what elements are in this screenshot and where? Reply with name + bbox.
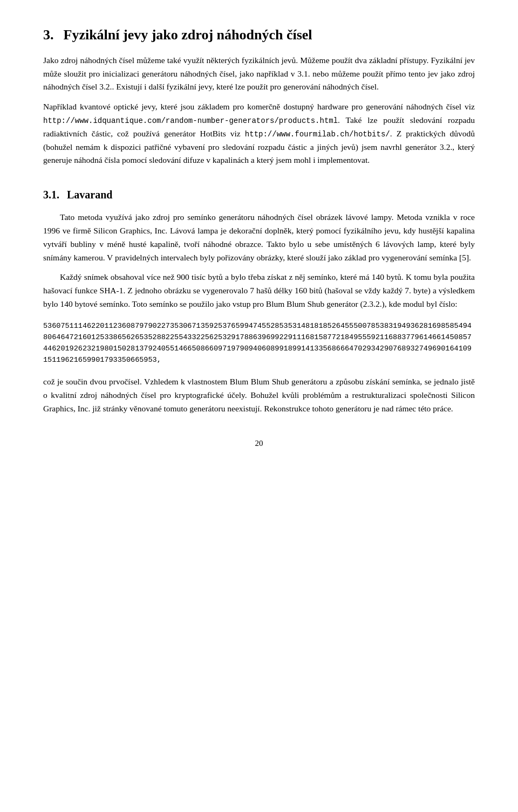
subsection-number: 3.1.	[43, 189, 59, 201]
link-idquantique[interactable]: http://www.idquantique.com/random-number…	[43, 116, 338, 125]
section-title: 3.Fyzikální jevy jako zdroj náhodných čí…	[43, 26, 475, 44]
big-number-text: 5360751114622011236087979022735306713592…	[43, 322, 472, 364]
link-fourmilab[interactable]: http://www.fourmilab.ch/hotbits/	[245, 130, 390, 139]
intro-paragraph-1: Jako zdroj náhodných čísel můžeme také v…	[43, 54, 475, 94]
intro-paragraph-2: Například kvantové optické jevy, které j…	[43, 100, 475, 167]
page-number: 20	[43, 437, 475, 450]
after-number-paragraph: což je součin dvou prvočísel. Vzhledem k…	[43, 375, 475, 415]
subsection-paragraph-2: Každý snímek obsahoval více než 900 tisí…	[43, 271, 475, 311]
section-number: 3.	[43, 27, 54, 43]
section-heading-text: Fyzikální jevy jako zdroj náhodných číse…	[64, 27, 312, 43]
subsection-title: 3.1.Lavarand	[43, 187, 475, 203]
page: 3.Fyzikální jevy jako zdroj náhodných čí…	[0, 0, 518, 812]
subsection-paragraph-1: Tato metoda využívá jako zdroj pro semín…	[43, 211, 475, 264]
subsection-heading-text: Lavarand	[67, 189, 112, 201]
big-number-block: 5360751114622011236087979022735306713592…	[43, 321, 475, 366]
